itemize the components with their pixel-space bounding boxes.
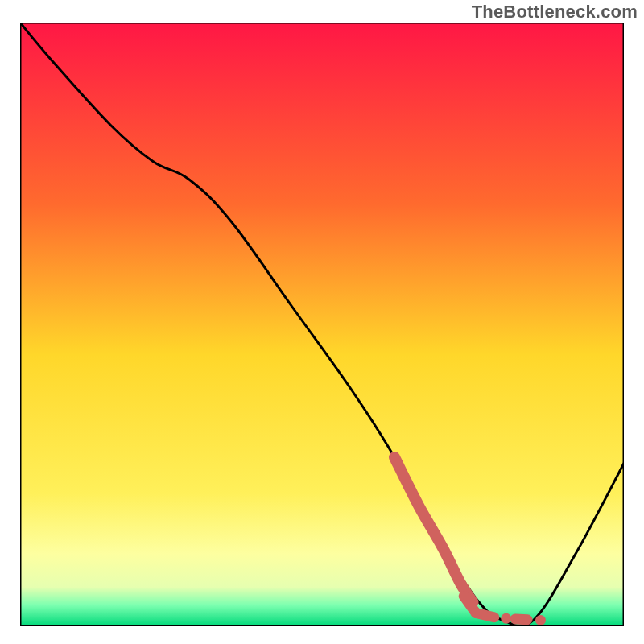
svg-line-1	[476, 613, 494, 617]
page-root: TheBottleneck.com	[0, 0, 644, 644]
watermark-text: TheBottleneck.com	[472, 2, 638, 23]
svg-point-4	[535, 615, 546, 625]
chart-svg	[20, 23, 624, 626]
svg-line-3	[515, 619, 527, 620]
plot-background	[20, 23, 624, 626]
svg-point-2	[501, 613, 511, 624]
plot-container	[20, 23, 624, 626]
